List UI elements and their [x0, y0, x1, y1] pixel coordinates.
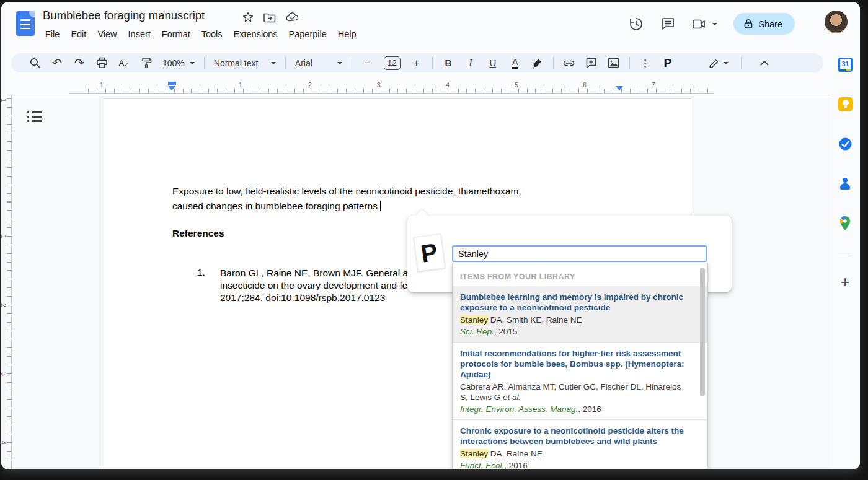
- menu-insert[interactable]: Insert: [123, 28, 156, 40]
- share-label: Share: [758, 19, 782, 29]
- result-journal: Sci. Rep., 2015: [460, 327, 686, 336]
- print-icon[interactable]: [94, 56, 109, 71]
- side-panel-rail: 31 +: [830, 53, 860, 469]
- account-avatar[interactable]: [825, 11, 848, 33]
- format-toolbar: ↶ ↷ A✓ 100% Normal text Arial − 12 + B I…: [11, 53, 823, 72]
- search-menus-icon[interactable]: [27, 56, 42, 71]
- menu-tools[interactable]: Tools: [196, 28, 228, 40]
- results-section-header: ITEMS FROM YOUR LIBRARY: [453, 263, 707, 286]
- bold-button[interactable]: B: [441, 56, 456, 71]
- cloud-saved-icon[interactable]: [285, 11, 300, 24]
- citation-search-input[interactable]: [452, 245, 707, 262]
- result-journal: Integr. Environ. Assess. Manag., 2016: [460, 404, 686, 414]
- citation-result-1[interactable]: Bumblebee learning and memory is impaire…: [453, 286, 707, 342]
- references-heading[interactable]: References: [172, 228, 224, 239]
- paragraph-line-2: caused changes in bumblebee foraging pat…: [172, 199, 625, 214]
- results-scrollbar-thumb[interactable]: [700, 268, 705, 396]
- menu-format[interactable]: Format: [156, 28, 196, 40]
- menu-extensions[interactable]: Extensions: [228, 28, 283, 40]
- lock-icon: [743, 19, 753, 29]
- add-side-panel-app-button[interactable]: +: [835, 273, 855, 291]
- collapse-menus-icon[interactable]: [757, 56, 772, 71]
- menu-bar: File Edit View Insert Format Tools Exten…: [40, 28, 362, 40]
- horizontal-ruler[interactable]: 1 1 2 3 4 5 6 7: [14, 81, 830, 95]
- decrease-font-size-button[interactable]: −: [360, 56, 375, 71]
- pencil-icon: [709, 58, 720, 69]
- result-journal: Funct. Ecol., 2016: [460, 461, 686, 469]
- undo-button[interactable]: ↶: [50, 56, 64, 71]
- video-camera-icon: [692, 17, 708, 31]
- font-dropdown-arrow[interactable]: [337, 62, 342, 64]
- editing-mode-button[interactable]: [709, 58, 733, 69]
- zoom-select[interactable]: 100%: [162, 58, 185, 68]
- result-title: Initial recommendations for higher-tier …: [460, 348, 686, 380]
- docs-logo-fold: [29, 11, 35, 17]
- insert-link-icon[interactable]: [562, 56, 577, 71]
- keep-icon[interactable]: [838, 97, 852, 111]
- document-title[interactable]: Bumblebee foraging manuscript: [43, 9, 205, 22]
- text-cursor: [380, 201, 381, 211]
- comments-icon[interactable]: [660, 16, 676, 32]
- result-title: Bumblebee learning and memory is impaire…: [460, 292, 686, 313]
- redo-button[interactable]: ↷: [72, 56, 87, 71]
- insert-image-icon[interactable]: [606, 56, 621, 71]
- google-docs-window: Bumblebee foraging manuscript File Edit …: [1, 2, 860, 469]
- reference-list-number: 1.: [197, 267, 205, 278]
- share-button[interactable]: Share: [733, 13, 795, 35]
- calendar-icon[interactable]: 31: [838, 58, 852, 72]
- header-bar: Bumblebee foraging manuscript File Edit …: [1, 2, 860, 53]
- highlighted-match: Stanley: [460, 315, 488, 325]
- editing-mode-arrow[interactable]: [724, 62, 728, 64]
- italic-button[interactable]: I: [463, 56, 478, 71]
- move-folder-icon[interactable]: [263, 11, 277, 24]
- highlight-color-icon[interactable]: [530, 56, 545, 71]
- docs-logo-lines: [20, 19, 30, 31]
- paragraph-text[interactable]: Exposure to low, field-realistic levels …: [172, 184, 625, 214]
- highlighted-match: Stanley: [460, 449, 488, 458]
- google-docs-logo[interactable]: [16, 11, 35, 36]
- result-authors: Cabrera AR, Almanza MT, Cutler GC, Fisch…: [460, 382, 686, 403]
- paragraph-style-select[interactable]: Normal text: [214, 58, 266, 68]
- text-color-button[interactable]: A: [508, 56, 523, 71]
- spellcheck-icon[interactable]: A✓: [117, 56, 131, 71]
- result-title: Chronic exposure to a neonicotinoid pest…: [460, 425, 686, 447]
- menu-paperpile[interactable]: Paperpile: [283, 28, 332, 40]
- star-icon[interactable]: [242, 11, 254, 24]
- meet-dropdown-arrow[interactable]: [712, 23, 717, 25]
- menu-help[interactable]: Help: [332, 28, 362, 40]
- maps-icon[interactable]: [839, 216, 851, 232]
- more-options-button[interactable]: ⋮: [638, 56, 653, 71]
- add-comment-icon[interactable]: [584, 56, 599, 71]
- zoom-dropdown-arrow[interactable]: [190, 62, 195, 64]
- vertical-ruler[interactable]: 1 1 2 3 4: [1, 95, 12, 469]
- screenshot-stage: Bumblebee foraging manuscript File Edit …: [0, 0, 868, 480]
- right-indent-marker[interactable]: [616, 86, 623, 90]
- tasks-icon[interactable]: [838, 137, 852, 151]
- menu-file[interactable]: File: [40, 28, 65, 40]
- rail-divider: [838, 256, 852, 256]
- result-authors: Stanley DA, Raine NE: [460, 448, 686, 459]
- underline-button[interactable]: U: [485, 56, 500, 71]
- paperpile-toolbar-button[interactable]: P: [660, 56, 675, 71]
- version-history-icon[interactable]: [628, 16, 644, 32]
- left-indent-marker[interactable]: [168, 82, 176, 90]
- paperpile-logo: P: [414, 233, 445, 271]
- document-outline-icon[interactable]: [27, 111, 43, 126]
- contacts-icon[interactable]: [838, 177, 852, 191]
- menu-view[interactable]: View: [92, 28, 122, 40]
- font-select[interactable]: Arial: [295, 58, 332, 68]
- citation-result-2[interactable]: Initial recommendations for higher-tier …: [453, 342, 707, 419]
- style-dropdown-arrow[interactable]: [271, 62, 276, 64]
- citation-results-panel: ITEMS FROM YOUR LIBRARY Bumblebee learni…: [452, 263, 708, 469]
- paint-format-icon[interactable]: [139, 56, 154, 71]
- meet-call-button[interactable]: [692, 17, 717, 31]
- result-authors: Stanley DA, Smith KE, Raine NE: [460, 315, 686, 325]
- increase-font-size-button[interactable]: +: [409, 56, 424, 71]
- paragraph-line-1: Exposure to low, field-realistic levels …: [172, 184, 625, 199]
- menu-edit[interactable]: Edit: [65, 28, 92, 40]
- font-size-field[interactable]: 12: [384, 56, 401, 70]
- citation-result-3[interactable]: Chronic exposure to a neonicotinoid pest…: [453, 419, 707, 469]
